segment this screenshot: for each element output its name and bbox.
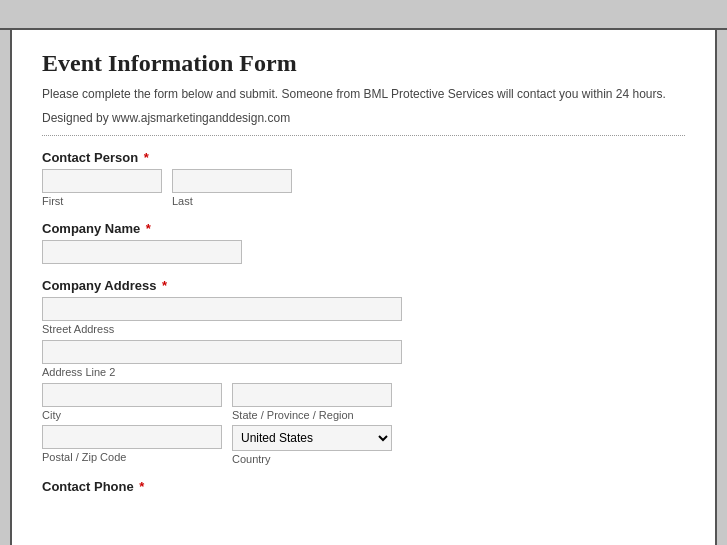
- top-bar: [0, 0, 727, 30]
- form-description: Please complete the form below and submi…: [42, 85, 685, 103]
- company-name-group: Company Name *: [42, 221, 685, 264]
- required-star-phone: *: [136, 479, 145, 494]
- country-select[interactable]: United States Canada United Kingdom Aust…: [232, 425, 392, 451]
- address2-row: Address Line 2: [42, 340, 685, 379]
- country-col: United States Canada United Kingdom Aust…: [232, 425, 392, 465]
- address2-input[interactable]: [42, 340, 402, 364]
- contact-person-group: Contact Person * First Last: [42, 150, 685, 207]
- first-name-label: First: [42, 195, 162, 207]
- zip-input[interactable]: [42, 425, 222, 449]
- street-row: Street Address: [42, 297, 685, 336]
- company-name-input[interactable]: [42, 240, 242, 264]
- street-label: Street Address: [42, 323, 114, 335]
- country-label: Country: [232, 453, 392, 465]
- first-name-col: First: [42, 169, 162, 207]
- divider: [42, 135, 685, 136]
- city-label: City: [42, 409, 222, 421]
- state-label: State / Province / Region: [232, 409, 392, 421]
- state-col: State / Province / Region: [232, 383, 392, 421]
- address2-label: Address Line 2: [42, 366, 115, 378]
- company-name-label: Company Name *: [42, 221, 685, 236]
- page-wrapper: Event Information Form Please complete t…: [0, 0, 727, 545]
- last-name-col: Last: [172, 169, 292, 207]
- state-input[interactable]: [232, 383, 392, 407]
- company-address-group: Company Address * Street Address Address…: [42, 278, 685, 465]
- contact-person-inputs: First Last: [42, 169, 685, 207]
- street-input[interactable]: [42, 297, 402, 321]
- required-star-address: *: [158, 278, 167, 293]
- contact-phone-label: Contact Phone *: [42, 479, 685, 494]
- city-state-row: City State / Province / Region: [42, 383, 685, 421]
- zip-country-row: Postal / Zip Code United States Canada U…: [42, 425, 685, 465]
- contact-phone-group: Contact Phone *: [42, 479, 685, 494]
- last-name-label: Last: [172, 195, 292, 207]
- required-star-company: *: [142, 221, 151, 236]
- city-col: City: [42, 383, 222, 421]
- zip-label: Postal / Zip Code: [42, 451, 222, 463]
- contact-person-label: Contact Person *: [42, 150, 685, 165]
- company-address-label: Company Address *: [42, 278, 685, 293]
- form-title: Event Information Form: [42, 50, 685, 77]
- zip-col: Postal / Zip Code: [42, 425, 222, 463]
- content-area: Event Information Form Please complete t…: [10, 30, 717, 545]
- first-name-input[interactable]: [42, 169, 162, 193]
- city-input[interactable]: [42, 383, 222, 407]
- designed-by: Designed by www.ajsmarketinganddesign.co…: [42, 111, 685, 125]
- required-star: *: [140, 150, 149, 165]
- last-name-input[interactable]: [172, 169, 292, 193]
